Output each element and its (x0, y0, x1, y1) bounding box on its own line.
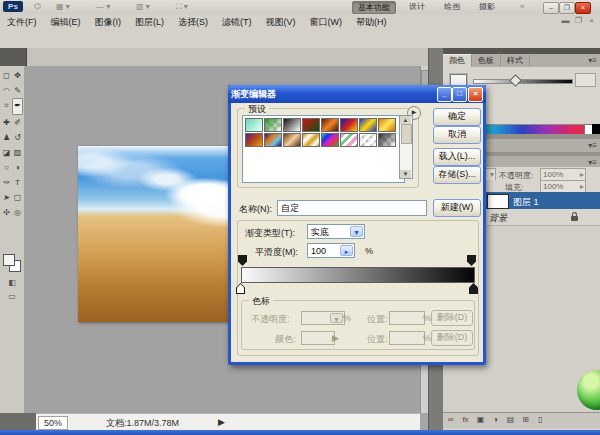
gradient-orange-yellow-orange[interactable] (378, 118, 396, 132)
eraser-tool[interactable]: ◪ (1, 145, 12, 160)
gradient-teal-white[interactable] (245, 118, 263, 132)
type-tool[interactable]: T (12, 175, 23, 190)
gradient-blue-red-yellow[interactable] (340, 118, 358, 132)
new-layer-icon[interactable]: ⊞ (518, 413, 533, 427)
workspace-overflow[interactable]: » (520, 2, 524, 12)
gradient-red-green[interactable] (302, 118, 320, 132)
new-button[interactable]: 新建(W) (433, 199, 481, 217)
layer-group-icon[interactable]: ▤ (503, 413, 518, 427)
black-ramp-swatch[interactable] (592, 124, 600, 134)
delete-color-stop-button[interactable]: 删除(D) (431, 330, 473, 346)
doc-minimize-button[interactable]: ▬ (560, 16, 571, 25)
panel-menu-icon[interactable]: ▾≡ (588, 141, 597, 150)
screen-mode-icon[interactable]: ⛶ ▾ (176, 2, 188, 12)
dodge-tool[interactable]: ◑ (12, 160, 23, 175)
layer-mask-icon[interactable]: ▣ (473, 413, 488, 427)
crop-tool[interactable]: ⌗ (1, 98, 12, 113)
bridge-icon[interactable]: ⌬ (34, 2, 41, 12)
stop-position-field[interactable] (389, 311, 425, 325)
menu-文件(F)[interactable]: 文件(F) (0, 14, 44, 29)
delete-layer-icon[interactable]: ▯ (533, 413, 548, 427)
gradient-copper[interactable] (283, 133, 301, 147)
preset-scrollbar[interactable]: ▲ ▼ (399, 115, 413, 179)
load-button[interactable]: 载入(L)... (433, 148, 481, 166)
k-value-field[interactable] (575, 73, 596, 87)
menu-视图(V)[interactable]: 视图(V) (259, 14, 303, 29)
workspace-button-摄影[interactable]: 摄影 (474, 1, 500, 12)
workspace-button-设计[interactable]: 设计 (404, 1, 430, 12)
save-button[interactable]: 存储(S)... (433, 166, 481, 184)
gradient-neutral-density[interactable] (378, 133, 396, 147)
gradient-dark-orange[interactable] (321, 118, 339, 132)
doc-restore-button[interactable]: ❐ (573, 16, 584, 25)
name-input[interactable]: 自定 (277, 200, 427, 216)
gradient-black-white[interactable] (283, 118, 301, 132)
panel-menu-icon[interactable]: ▾≡ (588, 158, 597, 167)
doc-close-button[interactable]: × (586, 16, 597, 25)
color-picker-arrow-icon[interactable]: ▶ (332, 333, 339, 343)
quick-mask-icon[interactable]: ◧ (2, 278, 22, 287)
healing-brush-tool[interactable]: ✚ (1, 115, 12, 130)
dialog-titlebar[interactable]: 渐变编辑器 _ □ × (228, 85, 486, 103)
brush-tool[interactable]: ✐ (12, 115, 23, 130)
minimize-button[interactable]: – (543, 2, 559, 14)
gradient-tool[interactable]: ▧ (12, 145, 23, 160)
desert-photo[interactable] (78, 146, 232, 322)
view-extras-icon[interactable]: ▦ ▾ (56, 2, 70, 12)
gradient-pastel-stripes[interactable] (340, 133, 358, 147)
menu-编辑(E)[interactable]: 编辑(E) (44, 14, 88, 29)
menu-帮助(H)[interactable]: 帮助(H) (349, 14, 394, 29)
blur-tool[interactable]: ○ (1, 160, 12, 175)
quick-select-tool[interactable]: ✎ (12, 83, 23, 98)
layer-style-icon[interactable]: fx (458, 413, 473, 427)
k-slider-thumb[interactable] (509, 74, 522, 87)
adjustment-layer-icon[interactable]: ◑ (488, 413, 503, 427)
history-brush-tool[interactable]: ↺ (12, 130, 23, 145)
tab-颜色[interactable]: 颜色 (443, 54, 472, 67)
menu-窗口(W)[interactable]: 窗口(W) (303, 14, 350, 29)
chevron-right-icon[interactable]: ▸ (340, 245, 353, 256)
close-button[interactable]: × (575, 2, 591, 14)
menu-图像(I)[interactable]: 图像(I) (88, 14, 129, 29)
gradient-type-dropdown[interactable]: 实底 ▼ (307, 224, 365, 239)
gradient-blue-yellow-blue[interactable] (359, 118, 377, 132)
dialog-close-icon[interactable]: × (468, 87, 483, 102)
ok-button[interactable]: 确定 (433, 108, 481, 126)
path-select-tool[interactable]: ➤ (1, 190, 12, 205)
dialog-minimize-icon[interactable]: _ (437, 87, 452, 102)
smoothness-field[interactable]: 100 ▸ (307, 243, 355, 258)
screen-mode-toggle-icon[interactable]: ▭ (2, 292, 22, 301)
scroll-up-icon[interactable]: ▲ (400, 116, 411, 124)
zoom-level-dropdown[interactable]: — ▾ (96, 2, 110, 12)
tab-色板[interactable]: 色板 (472, 55, 501, 67)
gradient-transparent-stripes[interactable] (359, 133, 377, 147)
tab-样式[interactable]: 样式 (501, 55, 530, 67)
scrollbar-thumb[interactable] (401, 124, 412, 144)
workspace-button-绘画[interactable]: 绘画 (439, 1, 465, 12)
k-slider-track[interactable] (473, 79, 573, 84)
move-tool[interactable]: ✥ (12, 68, 23, 83)
menu-滤镜(T)[interactable]: 滤镜(T) (215, 14, 259, 29)
zoom-level-field[interactable]: 50% (38, 416, 68, 430)
chevron-down-icon[interactable]: ▼ (350, 226, 363, 237)
delete-opacity-stop-button[interactable]: 删除(D) (431, 310, 473, 326)
cancel-button[interactable]: 取消 (433, 126, 481, 144)
link-layers-icon[interactable]: ∞ (443, 413, 458, 427)
scroll-down-icon[interactable]: ▼ (400, 170, 411, 178)
restore-button[interactable]: ❐ (559, 2, 575, 14)
lasso-tool[interactable]: ◠ (1, 83, 12, 98)
status-options-arrow[interactable]: ▶ (218, 417, 225, 427)
panel-menu-icon[interactable]: ▾≡ (588, 56, 597, 65)
eyedropper-tool[interactable]: ✒ (12, 98, 23, 115)
layer1-thumbnail[interactable] (487, 194, 509, 209)
menu-图层(L)[interactable]: 图层(L) (128, 14, 171, 29)
hand-tool[interactable]: ✣ (1, 205, 12, 220)
rect-marquee-tool[interactable]: ◻ (1, 68, 12, 83)
arrange-documents-icon[interactable]: ▥ ▾ (136, 2, 150, 12)
gradient-green-transparent[interactable] (264, 118, 282, 132)
pen-tool[interactable]: ✑ (1, 175, 12, 190)
foreground-color-swatch[interactable] (3, 254, 15, 266)
zoom-tool[interactable]: ◎ (12, 205, 23, 220)
gradient-gold-white[interactable] (302, 133, 320, 147)
clone-stamp-tool[interactable]: ♟ (1, 130, 12, 145)
